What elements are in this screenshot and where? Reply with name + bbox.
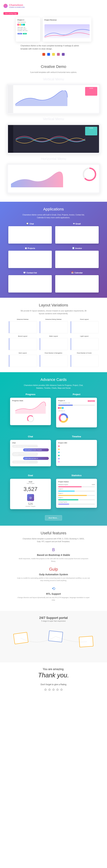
chat-bubble: I am looking for Admin Template bbox=[23, 448, 49, 452]
layout-thumb bbox=[8, 338, 37, 350]
star-icon[interactable]: ☆ bbox=[52, 687, 55, 692]
advance-cards-section: Advance Cards Chameleon Admin provides 1… bbox=[0, 372, 107, 526]
app-thumb bbox=[8, 251, 52, 268]
progress-ring bbox=[27, 415, 34, 422]
layout-item[interactable]: Detached Sticky Sidebar bbox=[39, 318, 68, 333]
layout-item[interactable]: Detached Sidebar bbox=[8, 318, 37, 333]
app-icon: ✉ bbox=[73, 222, 75, 225]
timeline-item: User 5 finished task bbox=[58, 458, 95, 459]
app-thumb bbox=[55, 251, 99, 268]
star-icon[interactable]: ☆ bbox=[60, 687, 63, 692]
progress-chart bbox=[12, 402, 49, 414]
revenue-chart-card: Project Revenue bbox=[43, 18, 91, 42]
target-icon: ◎ bbox=[27, 494, 34, 501]
app-chat[interactable]: 💬 Chat bbox=[8, 222, 52, 244]
app-icon: 💬 bbox=[26, 222, 29, 225]
revenue-chart bbox=[45, 28, 90, 38]
cards-sub: Chameleon Admin provides 100+ Advance Ca… bbox=[21, 384, 86, 390]
landing-badge[interactable]: Free Landing Page bbox=[3, 12, 18, 15]
layouts-section: Layout Variations We provide 8+ layout v… bbox=[0, 298, 107, 372]
support-sub: 5 stage & super fast responsive bbox=[21, 620, 86, 623]
feature-icon: ⟲ bbox=[17, 586, 90, 591]
app-thumb bbox=[55, 226, 99, 244]
layouts-title: Layout Variations bbox=[3, 303, 104, 307]
rating-stars[interactable]: ☆ ☆ ☆ ☆ ☆ bbox=[3, 687, 104, 692]
star-icon[interactable]: ☆ bbox=[48, 687, 51, 692]
layout-item[interactable]: Light Layout bbox=[70, 335, 99, 350]
star-icon[interactable]: ☆ bbox=[56, 687, 59, 692]
layout-item[interactable]: Boxed Layout bbox=[8, 335, 37, 350]
cards-title: Advance Cards bbox=[3, 377, 104, 382]
demo-horizontal[interactable] bbox=[7, 163, 100, 194]
app-icon: ☎ bbox=[23, 272, 26, 274]
app-thumb bbox=[55, 275, 99, 292]
support-title: 24/7 Support portal bbox=[3, 616, 104, 620]
star-icon[interactable]: ☆ bbox=[44, 687, 47, 692]
stat-row: Project 4 bbox=[58, 497, 95, 500]
app-thumb bbox=[8, 226, 52, 244]
support-section: 24/7 Support portal 5 stage & super fast… bbox=[0, 611, 107, 662]
project-title: Project X bbox=[18, 19, 38, 21]
stat-row: Released Projects54/85 bbox=[58, 484, 95, 487]
layout-item[interactable]: Fixed Navbar & Footer bbox=[70, 352, 99, 367]
progress-card: Progress Stats bbox=[10, 398, 51, 425]
bootstrap-icon bbox=[62, 53, 64, 56]
stats-card: Project Status Released Projects54/85Pro… bbox=[56, 479, 97, 508]
html5-icon bbox=[43, 53, 45, 56]
area-chart bbox=[14, 90, 69, 106]
app-contact-list[interactable]: ☎ Contact list bbox=[8, 272, 52, 292]
css3-icon bbox=[47, 53, 50, 56]
goal-card: Goal Total Targets 3,527 ◎ 526 Achieve T… bbox=[10, 479, 51, 509]
app-invoice[interactable]: 🧾 Invoice bbox=[55, 247, 99, 268]
layout-item[interactable]: Fixed Layout bbox=[70, 318, 99, 333]
layout-item[interactable]: Fixed Navbar & Navigation bbox=[39, 352, 68, 367]
hero-section: Chameleon ADMIN DASHBOARD Free Landing P… bbox=[0, 0, 107, 59]
creative-title: Creative Demo bbox=[3, 64, 104, 69]
col-project: Project bbox=[56, 393, 97, 396]
features-section: Useful features Chameleon Admin template… bbox=[0, 526, 107, 611]
demo-vertical-1[interactable]: 12,515 bbox=[7, 84, 100, 115]
chat-bubble: Looks clean and fresh UI bbox=[23, 457, 49, 460]
features-title: Useful features bbox=[3, 531, 104, 535]
chameleon-logo-icon bbox=[3, 4, 8, 8]
layout-item[interactable]: Dark Layout bbox=[8, 352, 37, 367]
chart-title: Project Revenue bbox=[45, 19, 90, 21]
app-calendar[interactable]: 📅 Calendar bbox=[55, 272, 99, 292]
feature-icon: B bbox=[17, 547, 90, 552]
amazing-text: You are amazing. bbox=[3, 668, 104, 671]
chat-bubble: Chameleon Admin Template is responsive t… bbox=[12, 452, 38, 456]
thanks-section: You are amazing. Thank you. Don't forget… bbox=[0, 662, 107, 697]
timeline-item: User 6 started task bbox=[58, 461, 95, 462]
timeline-item: User 1 updated the status bbox=[58, 445, 95, 447]
gauge-chart bbox=[82, 166, 97, 182]
app-thumb bbox=[8, 275, 52, 292]
and-more-button[interactable]: And More... bbox=[45, 515, 62, 521]
sass-icon bbox=[57, 53, 60, 56]
chat-card: Chat Hello, How can I help you?I am look… bbox=[10, 440, 51, 466]
js-icon bbox=[52, 53, 55, 56]
thanks-text: Thank you. bbox=[3, 672, 104, 679]
app-projects[interactable]: ▦ Projects bbox=[8, 247, 52, 268]
feature-icon: Gulp bbox=[17, 567, 90, 572]
project-x-card: Project X In Progress Task Completed: 4/… bbox=[56, 398, 97, 427]
demo-vertical-dark[interactable]: 12,515 bbox=[7, 124, 100, 154]
layout-item[interactable]: Static Layout bbox=[39, 335, 68, 350]
chat-bubble: Thanks, feel free to reach us bbox=[12, 461, 38, 464]
layout-thumb bbox=[39, 355, 68, 367]
rating-prompt: Don't forget to give a Rating bbox=[3, 683, 104, 686]
dotted-lines bbox=[3, 626, 104, 657]
stat-row: Project 2 bbox=[58, 488, 95, 492]
layout-thumb bbox=[70, 355, 99, 367]
feature-block: GulpGulp Automation SystemGulp is a tool… bbox=[17, 567, 90, 582]
app-email[interactable]: ✉ Email bbox=[55, 222, 99, 244]
tech-icons bbox=[3, 53, 104, 56]
creative-sub: 3 pre-build templates with vertical & ho… bbox=[21, 71, 86, 74]
feature-block: ⟲RTL SupportChange direction and layout … bbox=[17, 586, 90, 601]
features-sub: Chameleon Admin template is powered with… bbox=[21, 537, 86, 543]
feature-block: BBased on Bootstrap 4 StableBuild respon… bbox=[17, 547, 90, 562]
col-progress: Progress bbox=[10, 393, 51, 396]
stat-row: Coming Projects bbox=[58, 501, 95, 505]
wave-chart bbox=[14, 130, 87, 148]
support-illustration bbox=[3, 626, 104, 657]
layout-thumb bbox=[8, 355, 37, 367]
